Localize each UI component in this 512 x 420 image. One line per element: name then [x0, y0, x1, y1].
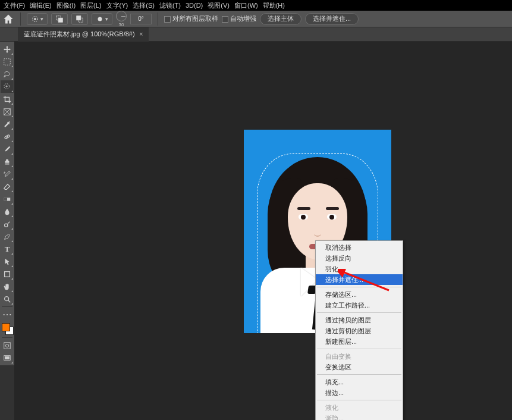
menu-window[interactable]: 窗口(W)	[234, 1, 258, 10]
context-menu: 取消选择 选择反向 羽化... 选择并遮住... 存储选区... 建立工作路径.…	[315, 240, 403, 420]
svg-line-20	[8, 300, 11, 302]
portrait-brow	[297, 207, 310, 210]
brush-picker-icon[interactable]: ▾	[92, 13, 112, 25]
portrait-eye	[299, 214, 308, 220]
crop-tool-icon[interactable]	[1, 93, 14, 105]
separator	[317, 312, 401, 313]
separator	[317, 374, 401, 375]
separator	[2, 306, 12, 307]
separator	[317, 400, 401, 400]
ctx-feather[interactable]: 羽化...	[316, 264, 403, 274]
document-tab[interactable]: 蓝底证件照素材.jpg @ 100%(RGB/8#) ×	[18, 27, 149, 42]
svg-point-6	[98, 17, 102, 21]
options-bar: ▾ ▾ 30 0° 对所有图层取样 自动增强 选择主体 选择并遮住...	[0, 11, 512, 27]
pen-tool-icon[interactable]	[1, 230, 14, 243]
lasso-tool-icon[interactable]	[1, 68, 14, 80]
zoom-tool-icon[interactable]	[1, 293, 14, 305]
svg-rect-21	[4, 342, 11, 349]
ctx-stroke[interactable]: 描边...	[316, 387, 403, 398]
eyedropper-tool-icon[interactable]	[1, 118, 14, 130]
svg-rect-7	[4, 58, 11, 65]
angle-label: 30	[119, 22, 124, 27]
menu-3d[interactable]: 3D(D)	[186, 2, 203, 9]
move-tool-icon[interactable]	[1, 43, 14, 55]
text-tool-icon[interactable]: T	[1, 243, 14, 255]
add-to-selection-icon[interactable]	[51, 13, 68, 25]
history-brush-tool-icon[interactable]	[1, 168, 14, 180]
svg-point-16	[5, 224, 8, 227]
svg-point-19	[5, 296, 9, 300]
menu-image[interactable]: 图像(I)	[56, 1, 76, 10]
ctx-save-selection[interactable]: 存储选区...	[316, 289, 403, 300]
ctx-fade[interactable]: 渐隐...	[316, 413, 403, 420]
select-subject-button[interactable]: 选择主体	[260, 13, 301, 25]
document-tab-bar: 蓝底证件照素材.jpg @ 100%(RGB/8#) ×	[0, 27, 512, 42]
dodge-tool-icon[interactable]	[1, 218, 14, 230]
svg-rect-18	[5, 271, 10, 277]
select-and-mask-button[interactable]: 选择并遮住...	[305, 13, 359, 25]
healing-brush-tool-icon[interactable]	[1, 130, 14, 143]
tools-panel: T ⋯	[0, 42, 14, 365]
svg-point-22	[5, 344, 8, 347]
portrait-eye	[327, 214, 337, 220]
separator	[158, 12, 158, 26]
shape-tool-icon[interactable]	[1, 268, 14, 280]
menu-type[interactable]: 文字(Y)	[106, 1, 128, 10]
svg-rect-3	[58, 18, 62, 22]
home-icon[interactable]	[2, 13, 14, 25]
portrait-brow	[326, 207, 339, 210]
ctx-layer-via-cut[interactable]: 通过剪切的图层	[316, 325, 403, 336]
quick-select-icon[interactable]: ▾	[27, 13, 48, 25]
clone-stamp-tool-icon[interactable]	[1, 155, 14, 168]
ctx-deselect[interactable]: 取消选择	[316, 242, 403, 253]
menu-bar: 文件(F) 编辑(E) 图像(I) 图层(L) 文字(Y) 选择(S) 滤镜(T…	[0, 0, 512, 11]
separator	[2, 337, 12, 338]
frame-tool-icon[interactable]	[1, 105, 14, 118]
svg-point-1	[34, 18, 36, 20]
gradient-tool-icon[interactable]	[1, 193, 14, 205]
menu-help[interactable]: 帮助(H)	[263, 1, 285, 10]
ctx-select-and-mask[interactable]: 选择并遮住...	[316, 274, 403, 285]
blur-tool-icon[interactable]	[1, 205, 14, 218]
edit-toolbar-icon[interactable]: ⋯	[1, 308, 14, 321]
menu-layer[interactable]: 图层(L)	[80, 1, 101, 10]
marquee-tool-icon[interactable]	[1, 55, 14, 68]
menu-view[interactable]: 视图(V)	[208, 1, 230, 10]
svg-rect-24	[5, 356, 10, 359]
ctx-layer-via-copy[interactable]: 通过拷贝的图层	[316, 315, 403, 325]
hand-tool-icon[interactable]	[1, 280, 14, 293]
portrait-nose	[314, 231, 321, 237]
angle-wheel[interactable]	[116, 11, 127, 21]
ctx-fill[interactable]: 填充...	[316, 377, 403, 387]
menu-filter[interactable]: 滤镜(T)	[159, 1, 181, 10]
menu-file[interactable]: 文件(F)	[4, 1, 25, 10]
color-swatches[interactable]	[1, 322, 14, 336]
ctx-inverse[interactable]: 选择反向	[316, 253, 403, 264]
auto-enhance-checkbox[interactable]: 自动增强	[222, 14, 256, 23]
separator	[317, 349, 401, 349]
separator	[20, 12, 21, 26]
menu-edit[interactable]: 编辑(E)	[30, 1, 52, 10]
document-tab-title: 蓝底证件照素材.jpg @ 100%(RGB/8#)	[24, 30, 135, 39]
svg-rect-15	[4, 198, 7, 200]
ctx-liquify[interactable]: 液化	[316, 402, 403, 413]
quick-selection-tool-icon[interactable]	[1, 80, 14, 93]
foreground-color[interactable]	[2, 323, 10, 331]
ctx-transform-selection[interactable]: 变换选区	[316, 362, 403, 372]
quick-mask-icon[interactable]	[1, 339, 14, 352]
angle-input[interactable]: 0°	[130, 14, 152, 24]
brush-tool-icon[interactable]	[1, 143, 14, 155]
ctx-new-layer[interactable]: 新建图层...	[316, 336, 403, 347]
subtract-from-selection-icon[interactable]	[71, 13, 88, 25]
sample-all-layers-checkbox[interactable]: 对所有图层取样	[164, 14, 218, 23]
path-selection-tool-icon[interactable]	[1, 255, 14, 268]
ctx-free-transform[interactable]: 自由变换	[316, 351, 403, 362]
ctx-make-work-path[interactable]: 建立工作路径...	[316, 300, 403, 311]
svg-line-17	[8, 221, 10, 224]
eraser-tool-icon[interactable]	[1, 180, 14, 193]
screen-mode-icon[interactable]	[1, 352, 14, 364]
close-tab-icon[interactable]: ×	[140, 31, 143, 37]
separator	[317, 287, 401, 287]
menu-select[interactable]: 选择(S)	[133, 1, 155, 10]
